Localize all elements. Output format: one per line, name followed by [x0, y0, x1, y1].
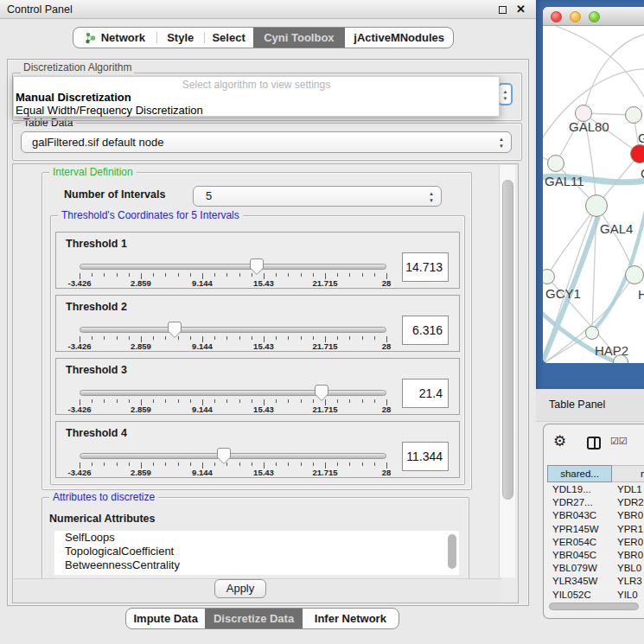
close-traffic-light[interactable]: [551, 11, 562, 22]
threshold-2-slider-thumb[interactable]: [167, 321, 182, 339]
apply-button[interactable]: Apply: [214, 579, 266, 598]
threshold-3-slider-thumb[interactable]: [314, 384, 329, 402]
cell-shared-name[interactable]: YDR27...: [547, 496, 612, 509]
network-node[interactable]: [585, 326, 599, 340]
network-node[interactable]: [543, 269, 555, 284]
cell-name[interactable]: YIL0: [612, 589, 644, 602]
cell-name[interactable]: YBL0: [612, 562, 644, 575]
cell-name[interactable]: YER0: [612, 536, 644, 549]
threshold-4-value-input[interactable]: [402, 442, 449, 471]
cell-shared-name[interactable]: YER054C: [547, 536, 612, 549]
cell-shared-name[interactable]: YIL052C: [547, 589, 612, 602]
network-node[interactable]: [625, 265, 644, 284]
tab-style[interactable]: Style: [157, 28, 204, 48]
slider-tick-label: 28: [382, 278, 392, 288]
tab-impute-data[interactable]: Impute Data: [126, 609, 205, 628]
slider-tick-label: 2.859: [131, 278, 151, 288]
table-row[interactable]: YDL19...YDL1: [547, 483, 644, 496]
tab-jactivemnodules[interactable]: jActiveMNodules: [345, 28, 453, 48]
dropdown-option-manual[interactable]: Manual Discretization: [16, 91, 131, 104]
gear-icon[interactable]: ⚙: [553, 432, 566, 450]
network-node[interactable]: [547, 155, 564, 172]
list-item[interactable]: BetweennessCentrality: [54, 558, 459, 572]
column-checkboxes-icon[interactable]: ☑☑: [610, 436, 628, 447]
cell-shared-name[interactable]: YBL079W: [547, 562, 612, 575]
tab-network[interactable]: Network: [73, 28, 156, 48]
cell-shared-name[interactable]: YBR045C: [547, 549, 612, 562]
column-layout-icon[interactable]: [587, 437, 601, 450]
threshold-1-slider-track[interactable]: [80, 264, 386, 270]
slider-tick-label: -3.426: [68, 405, 92, 414]
network-node-label: GAL4: [600, 221, 633, 236]
column-header-name[interactable]: na: [612, 465, 644, 482]
slider-tick: [239, 336, 240, 340]
slider-tick: [301, 462, 302, 466]
slider-tick: [104, 462, 105, 466]
column-header-shared-name[interactable]: shared...: [547, 465, 612, 482]
network-window-titlebar[interactable]: [543, 7, 644, 26]
cell-shared-name[interactable]: YPR145W: [547, 523, 612, 536]
threshold-1-value-input[interactable]: [402, 252, 449, 282]
tab-cyni-toolbox[interactable]: Cyni Toolbox: [253, 28, 346, 48]
list-scrollbar-thumb[interactable]: [448, 534, 456, 569]
slider-tick: [190, 462, 191, 466]
threshold-3-slider-track[interactable]: [80, 390, 386, 396]
slider-tick-label: 2.859: [131, 405, 151, 414]
cell-shared-name[interactable]: YDL19...: [547, 483, 612, 496]
algorithm-combo[interactable]: ▲▼: [498, 83, 513, 105]
cell-shared-name[interactable]: YBR043C: [547, 509, 612, 522]
network-node[interactable]: [630, 144, 644, 163]
table-row[interactable]: YBL079WYBL0: [547, 562, 644, 575]
table-data-combo[interactable]: galFiltered.sif default node ▲▼: [21, 131, 512, 153]
slider-tick: [214, 336, 215, 340]
panel-scrollbar-track[interactable]: [499, 165, 515, 577]
slider-tick: [239, 273, 240, 277]
slider-tick: [337, 399, 338, 403]
float-window-icon[interactable]: [499, 6, 507, 14]
table-row[interactable]: YBR045CYBR0: [547, 549, 644, 562]
list-item[interactable]: TopologicalCoefficient: [54, 545, 459, 558]
table-row[interactable]: YLR345WYLR3: [547, 575, 644, 588]
tab-infer-network[interactable]: Infer Network: [303, 609, 399, 628]
cell-name[interactable]: YPR1: [612, 523, 644, 536]
table-row[interactable]: YBR043CYBR0: [547, 509, 644, 522]
threshold-2-slider-track[interactable]: [80, 327, 386, 333]
slider-tick: [349, 336, 350, 340]
cell-name[interactable]: YDR2: [612, 496, 644, 509]
slider-tick: [129, 462, 130, 466]
cell-shared-name[interactable]: YLR345W: [547, 575, 612, 588]
network-node[interactable]: [585, 194, 608, 217]
slider-tick: [117, 462, 118, 466]
table-row[interactable]: YIL052CYIL0: [547, 589, 644, 602]
tab-select[interactable]: Select: [205, 28, 253, 48]
cell-name[interactable]: YBR0: [612, 549, 644, 562]
slider-tick: [165, 462, 166, 466]
table-row[interactable]: YDR27...YDR2: [547, 496, 644, 509]
threshold-2-value-input[interactable]: [402, 316, 449, 345]
close-icon[interactable]: ✕: [516, 3, 526, 16]
slider-tick-label: 15.43: [253, 468, 274, 477]
zoom-traffic-light[interactable]: [589, 11, 600, 22]
number-of-intervals-spinner[interactable]: 5 ▲▼: [193, 186, 442, 207]
network-node[interactable]: [625, 106, 642, 124]
tab-discretize-data[interactable]: Discretize Data: [205, 609, 302, 628]
network-canvas[interactable]: GAL80GACGAL11GAL4GCY1HHAP2: [543, 26, 644, 363]
table-hscrollbar-thumb[interactable]: [549, 603, 639, 610]
cell-name[interactable]: YBR0: [612, 509, 644, 522]
dropdown-option-equal-width[interactable]: Equal Width/Frequency Discretization: [16, 104, 203, 117]
slider-tick-label: 15.43: [253, 405, 274, 414]
panel-scrollbar-thumb[interactable]: [502, 180, 513, 500]
cell-name[interactable]: YLR3: [612, 575, 644, 588]
threshold-4-slider-track[interactable]: [80, 453, 386, 459]
table-row[interactable]: YER054CYER0: [547, 536, 644, 549]
thresholds-group-title: Threshold's Coordinates for 5 Intervals: [58, 209, 243, 221]
numerical-attributes-list[interactable]: SelfLoopsTopologicalCoefficientBetweenne…: [54, 531, 459, 575]
minimize-traffic-light[interactable]: [570, 11, 581, 22]
threshold-1-slider-thumb[interactable]: [249, 258, 265, 276]
table-row[interactable]: YPR145WYPR1: [547, 523, 644, 536]
list-item[interactable]: SelfLoops: [54, 531, 459, 545]
cell-name[interactable]: YDL1: [612, 483, 644, 496]
threshold-4-slider-thumb[interactable]: [216, 447, 232, 465]
threshold-3-value-input[interactable]: [402, 379, 449, 408]
threshold-3-panel: Threshold 3 -3.4262.8599.14415.4321.7152…: [55, 358, 460, 415]
